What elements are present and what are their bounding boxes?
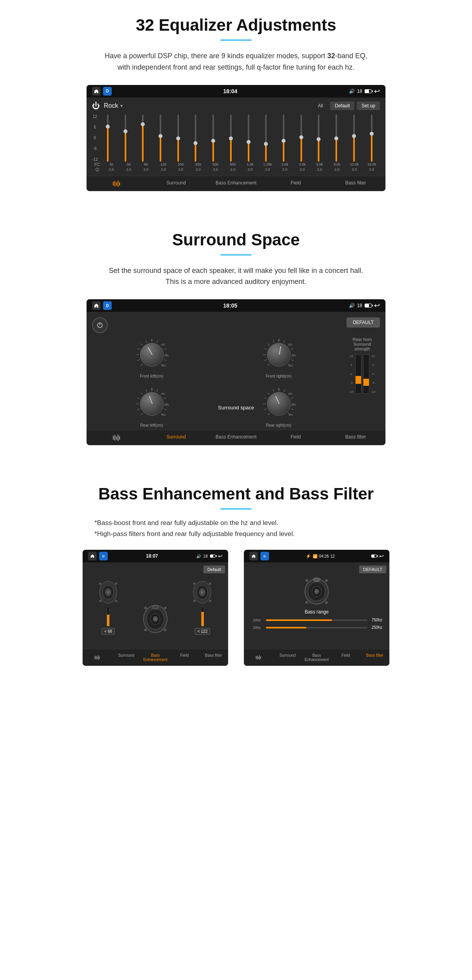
rear-left-label: Rear left(cm) [140,423,163,427]
nav-field-1[interactable]: Field [266,176,326,191]
preset-dropdown-arrow[interactable]: ▾ [120,103,123,109]
front-right-label: Front right(cm) [266,374,292,378]
svg-rect-124 [259,655,260,660]
svg-line-7 [140,364,142,366]
eq-slider-thumb-5[interactable] [194,141,197,145]
eq-slider-7[interactable] [222,114,239,162]
bass-range-area: Bass range 20hz 750hz 20hz 250hz [247,609,386,630]
eq-slider-6[interactable] [205,114,222,162]
nav-surround-4[interactable]: Surround [273,649,302,666]
front-right-knob-inner[interactable] [267,343,291,367]
back-arrow-2[interactable]: ↩ [374,301,380,310]
eq-slider-9[interactable] [258,114,275,162]
eq-slider-12[interactable] [310,114,327,162]
eq-slider-10[interactable] [275,114,292,162]
bass-track-1[interactable] [266,619,367,621]
default-btn-4[interactable]: DEFAULT [359,566,386,573]
device-screen-bass-filter: D ⚡ 📶 04:26 12 ↩ DEFAULT [244,550,389,666]
bass-track-2[interactable] [266,627,367,628]
eq-slider-thumb-11[interactable] [299,135,303,139]
eq-slider-thumb-10[interactable] [282,139,286,143]
eq-slider-8[interactable] [240,114,257,162]
eq-slider-thumb-9[interactable] [264,142,268,146]
nav-bass-enhance-1[interactable]: Bass Enhancement [206,176,266,191]
nav-eq-icon[interactable] [87,176,146,191]
eq-preset-selector[interactable]: ⏻ Rock ▾ [92,101,123,111]
speaker-1-meter-fill [107,615,109,626]
eq-slider-thumb-7[interactable] [229,136,233,140]
nav-eq-icon-4[interactable] [244,649,273,666]
subwoofer-svg [303,576,330,605]
rear-right-knob-inner[interactable] [267,392,291,416]
nav-bass-filter-2[interactable]: Bass filter [326,430,385,445]
power-button[interactable] [92,317,108,333]
speaker-svg-2 [142,603,169,635]
svg-point-96 [144,629,147,631]
eq-slider-thumb-15[interactable] [370,132,374,136]
eq-slider-thumb-6[interactable] [211,139,215,143]
eq-slider-2[interactable] [135,114,151,162]
bass-range-label: Bass range [251,609,382,615]
fc-label-15: 16.0k [363,162,380,166]
back-arrow-4[interactable]: ↩ [379,553,384,559]
nav-bass-enhance-4[interactable]: Bass Enhancement [302,649,331,666]
eq-slider-thumb-0[interactable] [106,125,110,129]
svg-line-67 [291,398,293,399]
eq-slider-thumb-8[interactable] [247,140,251,144]
eq-slider-thumb-1[interactable] [124,129,127,133]
svg-point-116 [313,578,320,582]
nav-field-4[interactable]: Field [331,649,360,666]
back-arrow-1[interactable]: ↩ [374,87,380,96]
eq-slider-4[interactable] [170,114,186,162]
speaker-svg-1 [98,580,119,605]
volume-icon-3: 🔊 [196,554,201,558]
svg-rect-78 [118,435,118,441]
rear-left-knob-inner[interactable] [140,392,164,416]
eq-slider-thumb-3[interactable] [159,134,162,138]
nav-bass-filter-4[interactable]: Bass filter [360,649,389,666]
nav-surround-3[interactable]: Surround [112,649,141,666]
nav-surround-1[interactable]: Surround [146,176,206,191]
status-time-3: 18:07 [146,553,158,559]
eq-slider-13[interactable] [328,114,345,162]
default-button[interactable]: Default [330,101,354,110]
eq-slider-5[interactable] [187,114,204,162]
nav-field-3[interactable]: Field [170,649,199,666]
wifi-icon-4: 📶 [313,554,317,558]
nav-bass-enhance-3[interactable]: Bass Enhancement [141,649,170,666]
all-button[interactable]: All [313,101,328,110]
eq-slider-11[interactable] [293,114,310,162]
setup-button[interactable]: Set up [357,101,380,110]
nav-surround-2[interactable]: Surround [146,430,206,445]
eq-slider-thumb-14[interactable] [352,134,356,138]
q-value-14: 2.0 [346,168,363,171]
nav-bass-filter-3[interactable]: Bass filter [199,649,228,666]
eq-slider-thumb-4[interactable] [176,136,180,140]
nav-field-2[interactable]: Field [266,430,326,445]
eq-slider-thumb-13[interactable] [334,136,338,140]
svg-line-50 [164,398,166,399]
eq-slider-thumb-2[interactable] [141,122,145,126]
svg-line-14 [157,340,158,343]
front-left-knob-inner[interactable] [140,343,164,367]
svg-point-117 [306,579,308,582]
svg-text:0: 0 [151,339,153,341]
default-btn-surround[interactable]: DEFAULT [347,317,380,328]
eq-slider-1[interactable] [117,114,134,162]
svg-point-101 [201,591,203,594]
eq-slider-15[interactable] [363,114,380,162]
status-time-4: 04:26 [319,554,329,558]
nav-eq-icon-3[interactable] [83,649,112,666]
section3-title: Bass Enhancement and Bass Filter [8,484,464,503]
status-bar-4: D ⚡ 📶 04:26 12 ↩ [244,550,389,562]
default-btn-3[interactable]: Default [203,566,225,573]
eq-slider-3[interactable] [152,114,169,162]
back-arrow-3[interactable]: ↩ [218,553,223,559]
nav-bass-filter-1[interactable]: Bass filter [326,176,385,191]
eq-slider-0[interactable] [99,114,116,162]
nav-eq-icon-2[interactable] [87,430,146,445]
eq-slider-14[interactable] [346,114,363,162]
nav-bass-enhance-2[interactable]: Bass Enhancement [206,430,266,445]
front-left-needle [148,347,153,355]
eq-slider-thumb-12[interactable] [317,137,321,141]
